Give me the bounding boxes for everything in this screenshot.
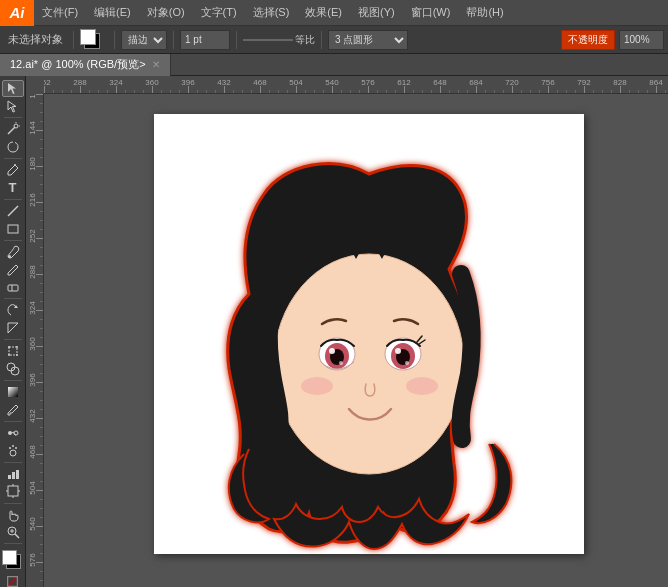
svg-point-15	[8, 354, 10, 356]
menu-items: 文件(F) 编辑(E) 对象(O) 文字(T) 选择(S) 效果(E) 视图(Y…	[34, 0, 512, 25]
tool-sep-10	[4, 503, 22, 504]
fg-color-box[interactable]	[2, 550, 17, 565]
svg-point-22	[10, 450, 16, 456]
canvas-area[interactable]	[44, 94, 668, 587]
svg-point-40	[274, 254, 464, 474]
tool-rotate[interactable]	[2, 302, 24, 319]
svg-rect-8	[8, 285, 18, 291]
tab-active[interactable]: 12.ai* @ 100% (RGB/预览> ✕	[0, 54, 171, 76]
tool-paintbrush[interactable]	[2, 244, 24, 261]
svg-point-14	[16, 346, 18, 348]
menu-object[interactable]: 对象(O)	[139, 0, 193, 25]
svg-point-23	[9, 447, 11, 449]
tool-sep-7	[4, 380, 22, 381]
tool-free-transform[interactable]	[2, 343, 24, 360]
tool-lasso[interactable]	[2, 138, 24, 155]
svg-point-7	[8, 255, 11, 258]
svg-point-24	[12, 445, 14, 447]
brush-type-select[interactable]: 3 点圆形	[328, 30, 408, 50]
tool-blend[interactable]	[2, 425, 24, 442]
h-ruler-canvas	[44, 76, 668, 94]
tool-sep-6	[4, 339, 22, 340]
tool-direct-selection[interactable]	[2, 98, 24, 115]
stroke-weight-input[interactable]	[180, 30, 230, 50]
stroke-line-preview	[243, 39, 293, 41]
tool-scale[interactable]	[2, 320, 24, 337]
svg-rect-6	[8, 225, 18, 233]
canvas-row	[26, 94, 668, 587]
tool-magic-wand[interactable]	[2, 121, 24, 138]
tool-eraser[interactable]	[2, 279, 24, 296]
stroke-ratio-label: 等比	[295, 33, 315, 47]
toolbar-sep-1	[73, 31, 74, 49]
tool-gradient[interactable]	[2, 384, 24, 401]
svg-point-25	[15, 447, 17, 449]
tool-graph[interactable]	[2, 465, 24, 482]
left-toolbar: T	[0, 76, 26, 587]
artboard	[154, 114, 584, 554]
tool-line[interactable]	[2, 203, 24, 220]
tool-rect[interactable]	[2, 220, 24, 237]
tool-eyedropper[interactable]	[2, 401, 24, 418]
svg-point-49	[395, 348, 401, 354]
fill-swatch[interactable]	[80, 29, 96, 45]
text-tool-icon: T	[9, 180, 17, 195]
svg-point-50	[405, 361, 409, 365]
menu-view[interactable]: 视图(Y)	[350, 0, 403, 25]
tool-zoom[interactable]	[2, 524, 24, 541]
svg-point-13	[8, 346, 10, 348]
tool-sep-9	[4, 462, 22, 463]
svg-point-16	[16, 354, 18, 356]
tool-sep-5	[4, 298, 22, 299]
canvas-container	[26, 76, 668, 587]
svg-rect-29	[8, 486, 18, 496]
svg-point-44	[329, 348, 335, 354]
tool-sep-2	[4, 158, 22, 159]
ruler-row	[26, 76, 668, 94]
app-logo: Ai	[0, 0, 34, 26]
stroke-type-select[interactable]: 描边	[121, 30, 167, 50]
svg-line-38	[8, 577, 17, 586]
menu-window[interactable]: 窗口(W)	[403, 0, 459, 25]
svg-rect-19	[8, 387, 18, 397]
tool-sep-1	[4, 117, 22, 118]
main-area: T	[0, 76, 668, 587]
menu-select[interactable]: 选择(S)	[245, 0, 298, 25]
character-illustration	[154, 114, 584, 554]
svg-point-45	[339, 361, 343, 365]
tool-sep-3	[4, 199, 22, 200]
tool-artboard[interactable]	[2, 483, 24, 500]
tool-pen[interactable]	[2, 162, 24, 179]
svg-point-20	[8, 431, 12, 435]
tabbar: 12.ai* @ 100% (RGB/预览> ✕	[0, 54, 668, 76]
toolbar-sep-2	[114, 31, 115, 49]
tool-sep-11	[4, 543, 22, 544]
tool-selection[interactable]	[2, 80, 24, 97]
menu-file[interactable]: 文件(F)	[34, 0, 86, 25]
svg-point-4	[14, 164, 16, 166]
svg-point-52	[406, 377, 438, 395]
svg-line-0	[8, 127, 15, 134]
tool-shape-builder[interactable]	[2, 361, 24, 378]
menu-text[interactable]: 文字(T)	[193, 0, 245, 25]
toolbar: 未选择对象 描边 等比 3 点圆形 不透明度	[0, 26, 668, 54]
svg-rect-12	[9, 347, 17, 355]
tool-text[interactable]: T	[2, 179, 24, 196]
svg-line-35	[15, 534, 19, 538]
svg-line-5	[8, 206, 18, 216]
menu-help[interactable]: 帮助(H)	[458, 0, 511, 25]
tool-pencil[interactable]	[2, 261, 24, 278]
none-color-btn[interactable]	[7, 576, 18, 587]
svg-rect-28	[16, 470, 19, 479]
tab-label: 12.ai* @ 100% (RGB/预览>	[10, 57, 146, 72]
tool-sep-8	[4, 421, 22, 422]
vertical-ruler	[26, 94, 44, 587]
opacity-input[interactable]	[619, 30, 664, 50]
tab-close-btn[interactable]: ✕	[152, 59, 160, 70]
tool-symbol-spray[interactable]	[2, 442, 24, 459]
menu-effect[interactable]: 效果(E)	[297, 0, 350, 25]
tool-hand[interactable]	[2, 506, 24, 523]
toolbar-sep-4	[236, 31, 237, 49]
opacity-highlight: 不透明度	[561, 30, 615, 50]
menu-edit[interactable]: 编辑(E)	[86, 0, 139, 25]
